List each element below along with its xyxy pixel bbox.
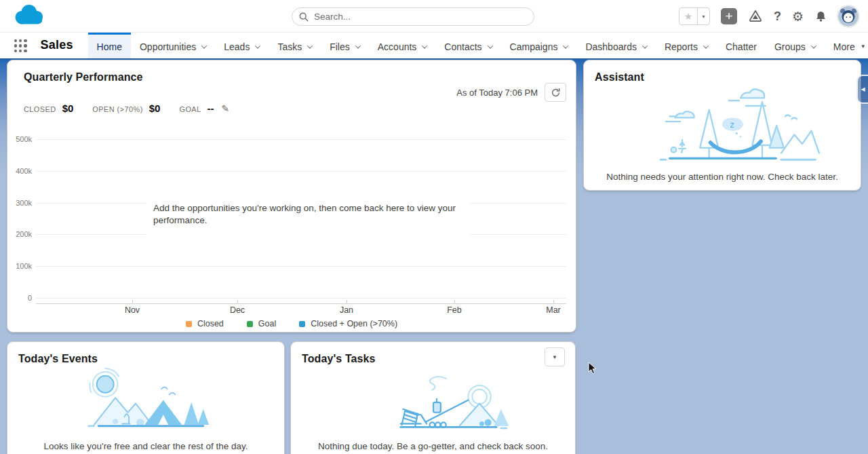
tab-label: Reports [665, 41, 698, 52]
legend-label: Goal [258, 319, 276, 328]
chevron-down-icon [487, 43, 492, 48]
tab-label: Tasks [277, 41, 302, 52]
search-input[interactable] [314, 12, 527, 22]
x-tick-mark [454, 300, 455, 303]
search-icon [299, 12, 309, 22]
assistant-empty-message: Nothing needs your attention right now. … [584, 172, 861, 182]
app-name: Sales [41, 38, 73, 58]
setup-gear-icon[interactable]: ⚙ [792, 9, 804, 24]
global-actions-plus-icon[interactable]: + [721, 8, 737, 24]
y-tick-label: 0 [7, 294, 32, 302]
guidance-center-icon[interactable] [748, 9, 763, 24]
legend-label: Closed + Open (>70%) [311, 319, 397, 328]
legend-item-closed-open-70-: Closed + Open (>70%) [299, 319, 397, 328]
y-tick-label: 500k [7, 135, 32, 143]
tab-label: Groups [774, 41, 806, 52]
legend-swatch [247, 321, 253, 327]
svg-text:z: z [730, 120, 734, 130]
tasks-empty-message: Nothing due today. Be a go-getter, and c… [291, 441, 575, 451]
tasks-dropdown-button[interactable]: ▼ [545, 347, 565, 366]
chevron-down-icon [422, 43, 427, 48]
legend-label: Closed [197, 319, 224, 328]
tab-chatter[interactable]: Chatter [717, 33, 766, 58]
x-tick-mark [553, 300, 554, 303]
app-launcher-icon[interactable] [14, 39, 27, 52]
help-icon[interactable]: ? [774, 10, 781, 24]
mouse-cursor [588, 362, 599, 375]
favorites-caret-icon[interactable]: ▼ [697, 8, 709, 24]
chart-x-axis [36, 303, 566, 304]
chevron-down-icon [642, 43, 648, 48]
chevron-down-icon [811, 43, 816, 48]
chevron-down-icon [563, 43, 568, 48]
tab-label: Contacts [444, 41, 481, 52]
tab-label: More [833, 41, 855, 52]
todays-events-card: Today's Events Looks like you're free an… [7, 341, 285, 454]
salesforce-logo [11, 3, 46, 29]
gridline [36, 298, 566, 299]
events-camping-illustration [61, 365, 231, 438]
x-tick-label: Feb [434, 305, 475, 315]
tab-dashboards[interactable]: Dashboards [576, 33, 656, 58]
chevron-down-icon [703, 43, 709, 48]
y-tick-label: 300k [7, 199, 32, 207]
assistant-title: Assistant [595, 71, 644, 83]
gridline [36, 266, 566, 267]
tab-reports[interactable]: Reports [656, 33, 717, 58]
tab-label: Chatter [726, 41, 757, 52]
expand-side-panel-tab[interactable]: ◀ [856, 75, 868, 104]
todays-events-title: Today's Events [18, 353, 98, 365]
gridline [36, 139, 566, 140]
favorites-star-icon[interactable]: ★ [679, 8, 697, 24]
legend-item-goal: Goal [247, 319, 276, 328]
tab-campaigns[interactable]: Campaigns [501, 33, 577, 58]
chevron-down-icon [307, 43, 313, 48]
x-tick-mark [347, 300, 347, 303]
legend-swatch [299, 321, 305, 327]
x-tick-label: Jan [326, 305, 367, 315]
tab-leads[interactable]: Leads [215, 33, 269, 58]
todays-tasks-title: Today's Tasks [302, 353, 376, 365]
chart-legend: ClosedGoalClosed + Open (>70%) [7, 319, 576, 328]
panel-arrow-icon: ◀ [861, 86, 865, 92]
tab-label: Dashboards [585, 41, 637, 52]
assistant-card: Assistant z [583, 60, 861, 191]
y-gridline-row: 400k [7, 167, 576, 175]
performance-chart: ClosedGoalClosed + Open (>70%) Add the o… [7, 60, 576, 332]
tab-tasks[interactable]: Tasks [269, 33, 321, 58]
dropdown-caret-icon: ▼ [552, 354, 557, 360]
assistant-hammock-illustration: z [624, 85, 821, 166]
tab-files[interactable]: Files [321, 33, 369, 58]
todays-tasks-card: Today's Tasks ▼ [290, 341, 576, 454]
global-search[interactable] [292, 7, 534, 26]
tab-contacts[interactable]: Contacts [435, 33, 500, 58]
notifications-bell-icon[interactable] [814, 10, 827, 23]
y-gridline-row: 0 [7, 294, 576, 302]
nav-tabs: HomeOpportunitiesLeadsTasksFilesAccounts… [88, 33, 868, 58]
tasks-campfire-illustration [349, 365, 518, 438]
tab-label: Campaigns [510, 41, 558, 52]
app-navigation-bar: Sales HomeOpportunitiesLeadsTasksFilesAc… [0, 33, 868, 58]
tab-label: Home [97, 41, 122, 52]
tab-label: Opportunities [140, 41, 196, 52]
y-gridline-row: 500k [7, 135, 576, 143]
chevron-down-icon [355, 43, 361, 48]
tab-label: Accounts [378, 41, 417, 52]
favorites-group: ★ ▼ [679, 7, 710, 25]
gridline [36, 171, 566, 172]
chevron-down-icon [255, 43, 260, 48]
y-tick-label: 200k [7, 230, 32, 238]
tab-more[interactable]: More▼ [825, 33, 868, 58]
user-avatar[interactable] [838, 6, 859, 26]
events-empty-message: Looks like you're free and clear the res… [7, 441, 284, 451]
x-tick-label: Dec [217, 305, 258, 315]
tab-accounts[interactable]: Accounts [369, 33, 436, 58]
tab-home[interactable]: Home [88, 33, 131, 58]
tab-opportunities[interactable]: Opportunities [131, 33, 215, 58]
tab-groups[interactable]: Groups [766, 33, 825, 58]
tab-label: Files [330, 41, 350, 52]
x-tick-label: Mar [533, 305, 574, 315]
legend-swatch [186, 321, 192, 327]
y-tick-label: 400k [7, 167, 32, 175]
quarterly-performance-card: Quarterly Performance As of Today 7:06 P… [7, 60, 576, 333]
